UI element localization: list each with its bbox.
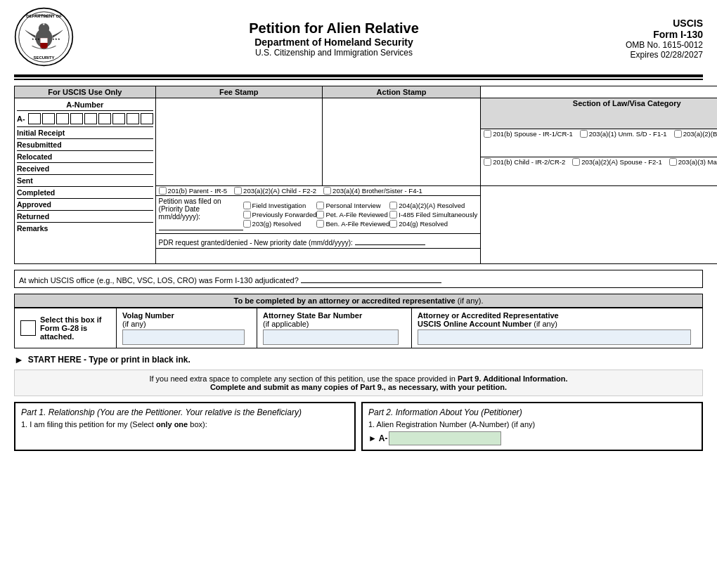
checkbox-f22: 203(a)(2)(A) Child - F2-2 [234,187,316,195]
expires-date: Expires 02/28/2027 [590,50,703,60]
checkbox-f11: 203(a)(1) Unm. S/D - F1-1 [580,130,667,138]
previously-forwarded-cb: Previously Forwarded [243,211,317,218]
attorney-bar-input[interactable] [263,329,399,345]
parts-section: Part 1. Relationship (You are the Petiti… [14,402,703,451]
resolved-204g-checkbox[interactable] [389,220,397,228]
g28-checkbox[interactable] [20,320,36,336]
svg-text:HOMELAND: HOMELAND [34,13,53,17]
a-number-label: A-Number [17,100,153,111]
ben-a-file-cb: Ben. A-File Reviewed [316,220,389,228]
ir5-checkbox[interactable] [159,187,167,195]
fee-stamp-area [155,98,322,186]
info-line2: Complete and submit as many copies of Pa… [210,383,507,391]
pet-a-file-checkbox[interactable] [316,211,324,218]
info-line1: If you need extra space to complete any … [149,374,455,383]
logo-area: DEPARTMENT OF SECURITY ★ ★★★ ★★★ HOMELAN… [14,7,77,70]
f11-checkbox[interactable] [580,130,588,138]
a-box-9 [141,113,153,124]
returned-label: Returned [17,210,153,222]
form-number: Form I-130 [590,29,703,40]
g28-cell: Select this box if Form G-28 is attached… [15,308,117,348]
pet-a-file-cb: Pet. A-File Reviewed [316,211,389,218]
account-input[interactable] [418,329,691,345]
account-label: Attorney or Accredited RepresentativeUSC… [418,311,697,328]
action-stamp-header: Action Stamp [322,86,480,98]
part2-a-prefix: ► A- [368,433,387,443]
resubmitted-label: Resubmitted [17,138,153,150]
previously-forwarded-checkbox[interactable] [243,211,251,218]
approved-label: Approved [17,198,153,210]
visa-row-3: 201(b) Parent - IR-5 203(a)(2)(A) Child … [155,186,481,196]
adjudicated-question-row: At which USCIS office (e.g., NBC, VSC, L… [14,270,703,288]
cr2-checkbox[interactable] [484,158,491,166]
part1-title: Part 1. Relationship (You are the Petiti… [21,407,349,417]
i485-filed-checkbox[interactable] [389,211,397,218]
visa-row-2: 201(b) Child - IR-2/CR-2 203(a)(2)(A) Sp… [481,157,717,186]
arrow-icon: ► [14,354,24,365]
header-right: USCIS Form I-130 OMB No. 1615-0012 Expir… [590,18,703,60]
a-number-boxes [28,113,153,124]
resolved-204a2a-checkbox[interactable] [389,202,397,209]
resolved-203g-checkbox[interactable] [243,220,251,228]
header-title: Petition for Alien Relative Department o… [77,20,590,58]
a-number-row: A- [17,113,153,124]
ben-a-file-checkbox[interactable] [316,220,324,228]
f21-checkbox[interactable] [572,158,580,166]
checkbox-ir5: 201(b) Parent - IR-5 [159,187,227,195]
for-uscis-header: For USCIS Use Only [15,86,156,98]
header: DEPARTMENT OF SECURITY ★ ★★★ ★★★ HOMELAN… [14,7,703,70]
uscis-use-table: For USCIS Use Only Fee Stamp Action Stam… [14,86,717,264]
initial-receipt-label: Initial Receipt [17,126,153,138]
uscis-label: USCIS [590,18,703,29]
fee-stamp-header: Fee Stamp [155,86,322,98]
info-bold1: Part 9. Additional Information. [458,374,568,383]
a-box-7 [112,113,125,124]
a-box-6 [98,113,111,124]
part1-box: Part 1. Relationship (You are the Petiti… [14,402,356,451]
volag-input[interactable] [122,329,245,345]
attorney-bar-label: Attorney State Bar Number [263,311,406,320]
resolved-204g-cb: 204(g) Resolved [389,220,477,228]
attorney-bar-sub: (if applicable) [263,320,406,328]
pdr-row: PDR request granted/denied - New priorit… [155,234,481,249]
relocated-label: Relocated [17,150,153,162]
volag-cell: Volag Number (if any) [117,308,257,348]
f24-checkbox[interactable] [674,130,682,138]
part2-title: Part 2. Information About You (Petitione… [368,407,696,417]
f31-checkbox[interactable] [669,158,677,166]
page: DEPARTMENT OF SECURITY ★ ★★★ ★★★ HOMELAN… [0,0,717,458]
checkbox-f31: 203(a)(3) Married S/D - F3-1 [669,158,717,166]
ir1-checkbox[interactable] [484,130,491,138]
form-title: Petition for Alien Relative [77,20,590,37]
part2-box: Part 2. Information About You (Petitione… [361,402,703,451]
remarks-label: Remarks [17,222,153,234]
attorney-section: To be completed by an attorney or accred… [14,294,703,348]
f22-checkbox[interactable] [234,187,242,195]
adjudicated-input[interactable] [301,273,441,283]
part2-a-number-input[interactable] [389,431,501,445]
part2-subtitle: (Petitioner) [481,407,522,417]
a-box-8 [127,113,139,124]
section-law-header: Section of Law/Visa Category [481,98,717,129]
checkbox-f21: 203(a)(2)(A) Spouse - F2-1 [572,158,662,166]
start-here-row: ► START HERE - Type or print in black in… [14,354,703,365]
f41-checkbox[interactable] [323,187,331,195]
volag-label: Volag Number [122,311,251,320]
a-box-5 [84,113,97,124]
checkbox-f41: 203(a)(4) Brother/Sister - F4-1 [323,187,422,195]
dhs-seal-icon: DEPARTMENT OF SECURITY ★ ★★★ ★★★ HOMELAN… [14,7,74,67]
personal-interview-checkbox[interactable] [316,202,324,209]
i485-filed-cb: I-485 Filed Simultaneously [389,211,477,218]
checkbox-cr2: 201(b) Child - IR-2/CR-2 [484,158,565,166]
svg-text:SECURITY: SECURITY [33,55,54,60]
form-subtitle2: U.S. Citizenship and Immigration Service… [77,48,590,58]
part1-question1: 1. I am filing this petition for my (Sel… [21,420,349,429]
received-label: Received [17,162,153,174]
checkbox-f24: 203(a)(2)(B) Unm. S/D - F2-4 [674,130,717,138]
account-cell: Attorney or Accredited RepresentativeUSC… [412,308,702,348]
left-column: A-Number A- [15,98,156,264]
omb-number: OMB No. 1615-0012 [590,40,703,50]
svg-text:★★★: ★★★ [32,37,40,41]
field-investigation-checkbox[interactable] [243,202,251,209]
sent-label: Sent [17,174,153,186]
